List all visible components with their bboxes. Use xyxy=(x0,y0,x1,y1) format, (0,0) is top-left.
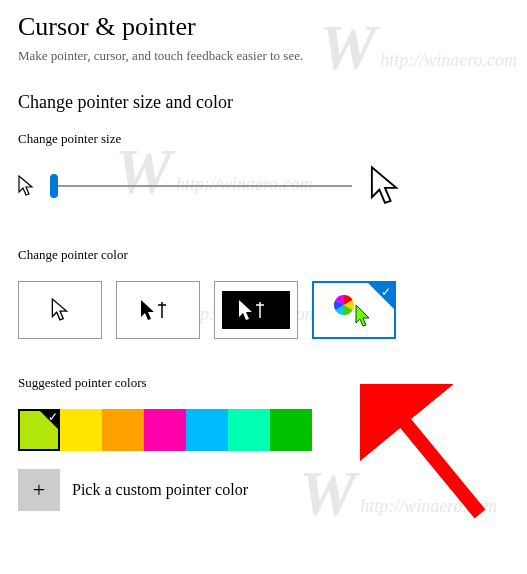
pick-custom-color-button[interactable]: + xyxy=(18,469,60,511)
cursor-small-icon xyxy=(18,175,34,197)
page-title: Cursor & pointer xyxy=(18,12,509,42)
suggested-colors-label: Suggested pointer colors xyxy=(18,375,509,391)
pointer-color-option-black[interactable] xyxy=(116,281,200,339)
selected-check-icon: ✓ xyxy=(48,410,58,425)
cursor-inverted-icon xyxy=(236,298,276,322)
color-swatch-orange[interactable] xyxy=(102,409,144,451)
color-swatch-green[interactable] xyxy=(270,409,312,451)
section-heading-size-color: Change pointer size and color xyxy=(18,92,509,113)
plus-icon: + xyxy=(33,477,45,503)
color-swatch-yellow[interactable] xyxy=(60,409,102,451)
pointer-color-option-white[interactable] xyxy=(18,281,102,339)
pointer-size-label: Change pointer size xyxy=(18,131,509,147)
suggested-color-swatches: ✓ xyxy=(18,409,509,451)
selected-check-icon: ✓ xyxy=(368,283,394,309)
pointer-color-label: Change pointer color xyxy=(18,247,509,263)
pick-custom-color-label: Pick a custom pointer color xyxy=(72,481,248,499)
color-swatch-teal[interactable] xyxy=(228,409,270,451)
pointer-color-options: ✓ xyxy=(18,281,509,339)
cursor-black-icon xyxy=(138,298,178,322)
pointer-color-option-inverted[interactable] xyxy=(214,281,298,339)
pointer-color-option-custom[interactable]: ✓ xyxy=(312,281,396,339)
cursor-white-icon xyxy=(51,298,69,322)
color-swatch-cyan[interactable] xyxy=(186,409,228,451)
color-swatch-magenta[interactable] xyxy=(144,409,186,451)
cursor-large-icon xyxy=(370,165,400,207)
page-description: Make pointer, cursor, and touch feedback… xyxy=(18,48,509,64)
color-swatch-lime[interactable]: ✓ xyxy=(18,409,60,451)
pointer-size-slider[interactable] xyxy=(52,174,352,198)
